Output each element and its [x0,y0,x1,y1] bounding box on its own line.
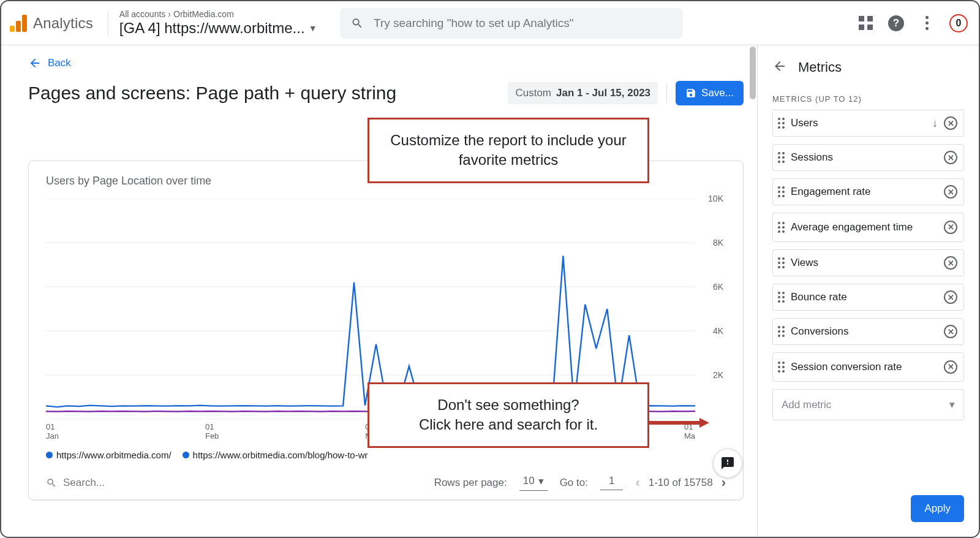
remove-metric-button[interactable]: ✕ [944,325,957,338]
table-search[interactable] [46,476,160,490]
apply-button[interactable]: Apply [911,495,964,522]
search-icon [46,477,57,488]
panel-subtitle: METRICS (UP TO 12) [758,89,979,110]
remove-metric-button[interactable]: ✕ [944,221,957,234]
annotation-callout-bottom: Don't see something?Click here and searc… [368,382,649,448]
metric-item[interactable]: Session conversion rate✕ [772,352,964,382]
metric-label: Sessions [791,151,938,164]
app-bar: Analytics All accounts › OrbitMedia.com … [1,1,979,45]
y-tick: 2K [713,370,723,380]
product-logo[interactable]: Analytics [10,15,93,32]
property-name: [GA 4] https://www.orbitme... [119,20,305,37]
metric-item[interactable]: Users↓✕ [772,110,964,137]
metrics-panel: Metrics METRICS (UP TO 12) Users↓✕Sessio… [757,45,979,537]
rows-per-page-select[interactable]: 10 ▾ [519,475,548,491]
divider [666,83,667,103]
annotation-callout-top: Customize the report to include your fav… [368,118,649,183]
drag-handle-icon[interactable] [778,118,785,129]
drag-handle-icon[interactable] [778,222,785,233]
drag-handle-icon[interactable] [778,292,785,303]
metric-item[interactable]: Conversions✕ [772,318,964,345]
save-button[interactable]: Save... [676,81,744,105]
metric-label: Engagement rate [791,186,938,198]
metric-label: Conversions [791,325,938,338]
help-icon[interactable]: ? [888,15,904,31]
feedback-button[interactable] [713,449,742,478]
pagination-text: 1-10 of 15758 [649,477,713,489]
chart-card: Users by Page Location over time 10K [28,161,744,500]
arrow-left-icon [28,56,42,70]
drag-handle-icon[interactable] [778,152,785,163]
search-input[interactable] [372,16,672,31]
goto-label: Go to: [560,477,588,489]
rows-per-page-label: Rows per page: [434,477,507,489]
table-toolbar: Rows per page: 10 ▾ Go to: 1 ‹ 1-10 of 1… [46,475,726,491]
y-tick: 8K [713,238,723,248]
date-range-picker[interactable]: Custom Jan 1 - Jul 15, 2023 [508,82,658,104]
y-tick: 6K [713,282,723,292]
more-icon[interactable] [919,15,935,31]
drag-handle-icon[interactable] [778,326,785,337]
y-tick: 10K [708,194,723,203]
analytics-logo-icon [10,15,27,32]
metric-label: Bounce rate [791,291,938,303]
chevron-right-icon: › [168,9,171,20]
metric-item[interactable]: Bounce rate✕ [772,284,964,311]
remove-metric-button[interactable]: ✕ [944,360,957,374]
add-metric-dropdown[interactable]: Add metric ▾ [772,389,964,420]
caret-down-icon: ▾ [949,398,955,411]
metric-item[interactable]: Views✕ [772,249,964,276]
prev-page-button[interactable]: ‹ [635,475,639,491]
panel-title: Metrics [798,59,842,75]
caret-down-icon: ▼ [309,23,317,34]
remove-metric-button[interactable]: ✕ [944,151,957,164]
close-panel-button[interactable] [772,59,787,76]
metric-item[interactable]: Average engagement time✕ [772,213,964,242]
property-picker[interactable]: All accounts › OrbitMedia.com [GA 4] htt… [119,9,317,37]
remove-metric-button[interactable]: ✕ [944,256,957,270]
product-name: Analytics [33,15,93,32]
metric-list: Users↓✕Sessions✕Engagement rate✕Average … [758,110,979,382]
drag-handle-icon[interactable] [778,186,785,197]
svg-marker-7 [699,418,709,428]
metric-item[interactable]: Sessions✕ [772,144,964,171]
main-content: Back Pages and screens: Page path + quer… [1,45,757,537]
y-tick: 4K [713,326,723,336]
chart-legend: https://www.orbitmedia.com/ https://www.… [46,450,726,460]
global-search[interactable] [340,8,683,39]
metric-label: Session conversion rate [791,361,938,373]
save-icon [685,88,696,99]
metric-label: Average engagement time [791,221,938,233]
drag-handle-icon[interactable] [778,257,785,268]
caret-down-icon: ▾ [538,475,544,488]
arrow-left-icon [772,59,787,74]
remove-metric-button[interactable]: ✕ [944,116,957,130]
metric-label: Views [791,257,938,269]
table-search-input[interactable] [62,476,160,490]
account-breadcrumb: All accounts › OrbitMedia.com [119,9,317,20]
feedback-icon [720,456,735,471]
remove-metric-button[interactable]: ✕ [944,185,957,199]
metric-label: Users [791,117,926,129]
sort-descending-icon[interactable]: ↓ [932,117,938,130]
search-icon [351,17,364,30]
notification-badge[interactable]: 0 [949,14,968,32]
divider [108,11,108,36]
apps-icon[interactable] [858,15,873,31]
annotation-arrow-icon [648,418,709,428]
metric-item[interactable]: Engagement rate✕ [772,178,964,205]
drag-handle-icon[interactable] [778,362,785,373]
page-title: Pages and screens: Page path + query str… [28,83,396,104]
goto-input[interactable]: 1 [600,475,623,490]
remove-metric-button[interactable]: ✕ [944,290,957,304]
scrollbar-thumb[interactable] [750,47,756,99]
back-link[interactable]: Back [28,56,744,70]
